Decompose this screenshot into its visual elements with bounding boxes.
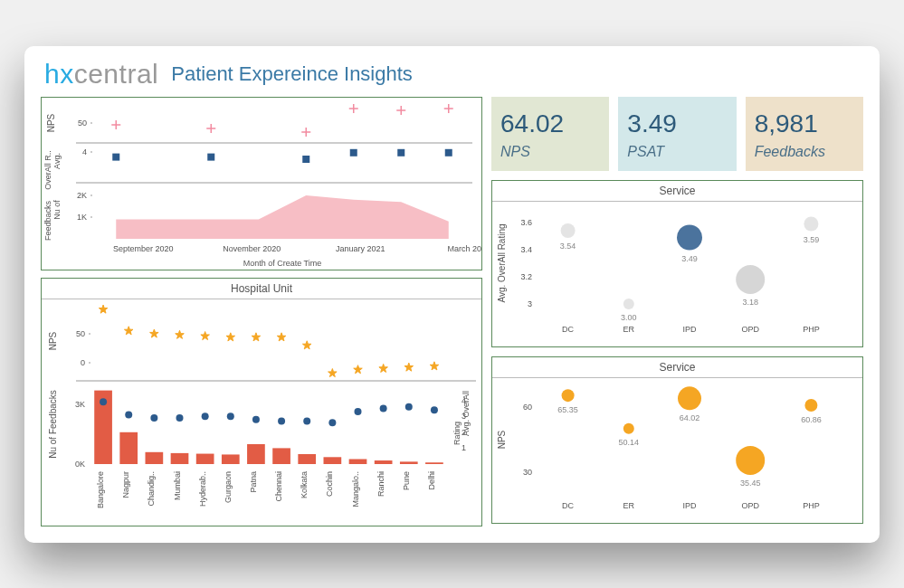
svg-text:Chandig..: Chandig.. <box>147 471 156 507</box>
svg-rect-62 <box>247 444 265 464</box>
svg-rect-13 <box>302 156 309 163</box>
svg-text:50: 50 <box>78 119 87 128</box>
svg-point-129 <box>804 398 817 411</box>
svg-text:ER: ER <box>623 325 635 334</box>
svg-text:Pune: Pune <box>402 471 411 490</box>
svg-point-80 <box>355 407 362 414</box>
svg-text:3.00: 3.00 <box>621 313 637 322</box>
svg-rect-60 <box>196 453 214 463</box>
svg-text:3.59: 3.59 <box>804 234 820 243</box>
svg-text:0: 0 <box>81 358 85 367</box>
svg-text:NPS: NPS <box>48 331 58 350</box>
nps-card: 64.02NPS <box>491 97 609 171</box>
svg-text:ER: ER <box>623 501 635 510</box>
svg-marker-37 <box>201 331 210 339</box>
svg-point-78 <box>303 417 310 424</box>
dashboard: hxcentral Patient Expereince Insights NP… <box>24 46 880 543</box>
svg-marker-45 <box>404 363 414 371</box>
svg-text:Nu of: Nu of <box>52 199 62 219</box>
svg-text:September 2020: September 2020 <box>113 244 174 253</box>
svg-text:NPS: NPS <box>497 430 507 449</box>
svg-point-127 <box>736 445 765 474</box>
svg-marker-39 <box>252 332 261 340</box>
svg-point-75 <box>227 413 234 420</box>
svg-marker-42 <box>328 368 338 376</box>
svg-text:3.6: 3.6 <box>520 218 532 227</box>
svg-marker-35 <box>150 329 159 337</box>
svg-text:Avg. OverAll: Avg. OverAll <box>462 391 471 436</box>
kpi-cards: 64.02NPS 3.49PSAT 8,981Feedbacks <box>491 97 863 171</box>
service-nps-chart[interactable]: 3060NPS65.3550.1464.0235.4560.86DCERIPDO… <box>492 378 851 523</box>
svg-text:OPD: OPD <box>741 501 759 510</box>
svg-rect-11 <box>112 153 119 160</box>
svg-marker-33 <box>99 305 108 313</box>
svg-rect-15 <box>397 148 404 156</box>
svg-point-103 <box>561 223 576 238</box>
svg-text:Rating: Rating <box>452 421 462 444</box>
svg-marker-36 <box>176 330 185 338</box>
svg-rect-57 <box>119 432 138 463</box>
svg-text:Avg. OverAll Rating: Avg. OverAll Rating <box>497 223 507 302</box>
svg-rect-68 <box>400 461 418 464</box>
svg-rect-63 <box>272 448 290 464</box>
svg-text:50.14: 50.14 <box>619 437 640 446</box>
svg-point-109 <box>736 265 765 294</box>
psat-card: 3.49PSAT <box>618 97 736 171</box>
svg-rect-66 <box>349 459 367 464</box>
svg-rect-69 <box>425 462 443 464</box>
svg-point-77 <box>278 417 285 424</box>
svg-text:64.02: 64.02 <box>680 413 700 422</box>
svg-point-111 <box>804 216 818 231</box>
hospital-chart[interactable]: 050NPS0K3KNu of Feedbacks1234Avg. OverAl… <box>42 299 481 526</box>
svg-text:Chennai: Chennai <box>274 471 283 502</box>
svg-point-74 <box>202 413 209 420</box>
svg-text:1K: 1K <box>77 213 87 222</box>
svg-point-82 <box>405 403 413 410</box>
svg-text:3.2: 3.2 <box>520 272 532 281</box>
svg-text:PHP: PHP <box>803 501 820 510</box>
svg-marker-41 <box>302 340 311 348</box>
svg-marker-43 <box>354 365 363 373</box>
svg-text:PHP: PHP <box>803 325 820 334</box>
svg-text:3.54: 3.54 <box>560 242 576 251</box>
svg-marker-38 <box>226 332 235 340</box>
svg-rect-64 <box>298 454 316 464</box>
monthly-chart[interactable]: NPSOverAll R..Avg.FeedbacksNu of5041K2KS… <box>42 98 481 270</box>
svg-rect-12 <box>207 153 214 160</box>
svg-text:65.35: 65.35 <box>557 405 578 414</box>
header: hxcentral Patient Expereince Insights <box>41 59 863 90</box>
svg-text:Nu of Feedbacks: Nu of Feedbacks <box>48 390 58 459</box>
hospital-title: Hospital Unit <box>42 279 481 299</box>
svg-rect-59 <box>171 452 189 463</box>
svg-text:2K: 2K <box>77 191 87 200</box>
svg-point-107 <box>677 224 702 250</box>
svg-text:60: 60 <box>523 403 532 412</box>
svg-point-73 <box>176 413 184 421</box>
svg-point-76 <box>252 415 260 422</box>
svg-text:1: 1 <box>462 443 466 452</box>
svg-text:Patna: Patna <box>249 471 258 493</box>
service-rating-panel: Service 33.23.43.6Avg. OverAll Rating3.5… <box>491 180 863 347</box>
feedbacks-card: 8,981Feedbacks <box>746 97 863 171</box>
svg-point-70 <box>100 398 107 405</box>
service-nps-panel: Service 3060NPS65.3550.1464.0235.4560.86… <box>491 356 863 524</box>
svg-text:Month of Create Time: Month of Create Time <box>243 259 322 268</box>
svg-marker-40 <box>277 332 286 340</box>
svg-text:DC: DC <box>562 325 574 334</box>
page-title: Patient Expereince Insights <box>171 62 413 86</box>
svg-rect-67 <box>375 460 393 464</box>
svg-text:OPD: OPD <box>741 325 759 334</box>
svg-text:0K: 0K <box>75 460 85 469</box>
svg-text:35.45: 35.45 <box>740 478 761 487</box>
right-column: 64.02NPS 3.49PSAT 8,981Feedbacks Service… <box>491 97 863 526</box>
svg-marker-34 <box>124 326 133 334</box>
svg-point-79 <box>328 419 336 426</box>
logo: hxcentral <box>44 59 158 90</box>
service-nps-title: Service <box>492 357 862 378</box>
service-rating-chart[interactable]: 33.23.43.6Avg. OverAll Rating3.543.003.4… <box>492 202 851 346</box>
body: NPSOverAll R..Avg.FeedbacksNu of5041K2KS… <box>41 97 863 526</box>
svg-rect-65 <box>324 457 342 464</box>
svg-marker-44 <box>379 364 388 372</box>
service-rating-title: Service <box>492 181 862 202</box>
monthly-panel: NPSOverAll R..Avg.FeedbacksNu of5041K2KS… <box>41 97 482 270</box>
